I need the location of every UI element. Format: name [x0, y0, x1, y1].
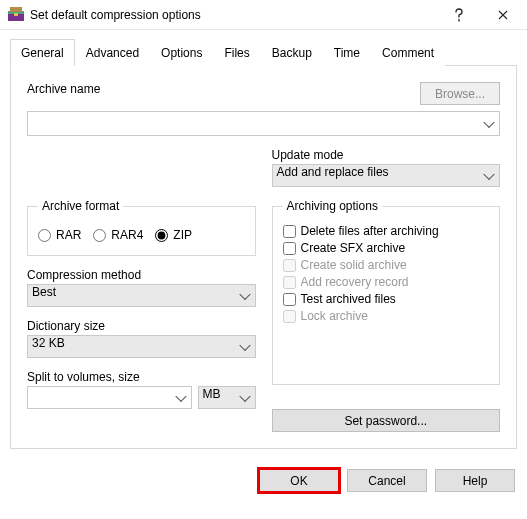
- dictionary-size-select[interactable]: 32 KB: [27, 335, 256, 358]
- browse-button[interactable]: Browse...: [420, 82, 500, 105]
- archive-format-group: Archive format RAR RAR4 ZIP: [27, 199, 256, 256]
- archive-name-field-wrap: [27, 111, 500, 136]
- archiving-options-legend: Archiving options: [283, 199, 382, 213]
- tab-time[interactable]: Time: [323, 39, 371, 66]
- tab-options[interactable]: Options: [150, 39, 213, 66]
- split-label: Split to volumes, size: [27, 370, 256, 384]
- close-button[interactable]: [481, 0, 525, 30]
- opt-lock: Lock archive: [283, 309, 490, 323]
- update-mode-select[interactable]: Add and replace files: [272, 164, 501, 187]
- titlebar: Set default compression options: [0, 0, 527, 30]
- help-button[interactable]: [437, 0, 481, 30]
- set-password-button[interactable]: Set password...: [272, 409, 501, 432]
- tab-files[interactable]: Files: [213, 39, 260, 66]
- tab-backup[interactable]: Backup: [261, 39, 323, 66]
- tab-comment[interactable]: Comment: [371, 39, 445, 66]
- tab-advanced[interactable]: Advanced: [75, 39, 150, 66]
- tab-bar: General Advanced Options Files Backup Ti…: [10, 38, 517, 66]
- opt-test[interactable]: Test archived files: [283, 292, 490, 306]
- tab-general[interactable]: General: [10, 39, 75, 66]
- compression-method-value: Best: [32, 285, 56, 299]
- archive-name-input[interactable]: [27, 111, 500, 136]
- dictionary-size-label: Dictionary size: [27, 319, 256, 333]
- ok-button[interactable]: OK: [259, 469, 339, 492]
- update-mode-label: Update mode: [272, 148, 501, 162]
- compression-method-label: Compression method: [27, 268, 256, 282]
- archive-format-legend: Archive format: [38, 199, 123, 213]
- split-size-input[interactable]: [27, 386, 192, 409]
- window-title: Set default compression options: [30, 8, 437, 22]
- app-icon: [8, 7, 24, 23]
- archive-name-label: Archive name: [27, 82, 404, 96]
- help-button-footer[interactable]: Help: [435, 469, 515, 492]
- svg-rect-3: [14, 13, 18, 16]
- cancel-button[interactable]: Cancel: [347, 469, 427, 492]
- dictionary-size-value: 32 KB: [32, 336, 65, 350]
- tab-panel-general: Archive name Browse... Update mode Add a…: [10, 66, 517, 449]
- opt-delete-after[interactable]: Delete files after archiving: [283, 224, 490, 238]
- archiving-options-group: Archiving options Delete files after arc…: [272, 199, 501, 385]
- format-rar4[interactable]: RAR4: [93, 228, 143, 242]
- split-unit-select[interactable]: MB: [198, 386, 256, 409]
- compression-method-select[interactable]: Best: [27, 284, 256, 307]
- format-rar[interactable]: RAR: [38, 228, 81, 242]
- opt-create-sfx[interactable]: Create SFX archive: [283, 241, 490, 255]
- format-zip[interactable]: ZIP: [155, 228, 192, 242]
- dialog-content: General Advanced Options Files Backup Ti…: [0, 30, 527, 459]
- split-unit-value: MB: [203, 387, 221, 401]
- opt-solid: Create solid archive: [283, 258, 490, 272]
- update-mode-value: Add and replace files: [277, 165, 389, 179]
- dialog-footer: OK Cancel Help: [0, 459, 527, 502]
- opt-recovery: Add recovery record: [283, 275, 490, 289]
- svg-rect-2: [10, 7, 22, 12]
